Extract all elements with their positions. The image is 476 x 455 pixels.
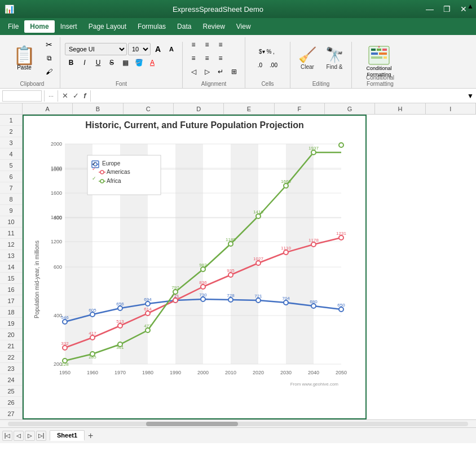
col-header-e[interactable]: E xyxy=(224,103,274,114)
menu-file[interactable]: File xyxy=(2,20,24,33)
formula-confirm-button[interactable]: ✓ xyxy=(71,91,81,100)
minimize-button[interactable]: — xyxy=(422,1,438,17)
menu-bar: File Home Insert Page Layout Formulas Da… xyxy=(0,18,476,35)
align-bottom-right-button[interactable]: ≡ xyxy=(214,52,227,64)
row-20[interactable]: 20 xyxy=(0,329,22,340)
align-bottom-left-button[interactable]: ≡ xyxy=(187,52,200,64)
align-bottom-center-button[interactable]: ≡ xyxy=(201,52,213,64)
font-size-select[interactable]: 10 xyxy=(128,43,151,55)
menu-page-layout[interactable]: Page Layout xyxy=(83,20,132,33)
menu-review[interactable]: Review xyxy=(197,20,230,33)
row-10[interactable]: 10 xyxy=(0,216,22,228)
row-2[interactable]: 2 xyxy=(0,126,22,137)
europe-dot-7 xyxy=(256,298,261,303)
row-9[interactable]: 9 xyxy=(0,205,22,216)
first-sheet-button[interactable]: |◁ xyxy=(2,431,12,441)
row-13[interactable]: 13 xyxy=(0,250,22,261)
cell-reference-input[interactable] xyxy=(2,90,42,102)
menu-home[interactable]: Home xyxy=(24,20,54,33)
format-painter-button[interactable]: 🖌 xyxy=(43,65,55,78)
wrap-text-button[interactable]: ↵ xyxy=(214,65,227,78)
indent-decrease-button[interactable]: ◁ xyxy=(187,65,200,78)
ribbon-collapse-button[interactable]: ▲ xyxy=(467,2,474,10)
formula-bar-expand-button[interactable]: ▼ xyxy=(467,92,474,100)
row-27[interactable]: 27 xyxy=(0,408,22,419)
last-sheet-button[interactable]: ▷| xyxy=(36,431,46,441)
row-14[interactable]: 14 xyxy=(0,261,22,273)
svg-point-87 xyxy=(100,180,104,183)
menu-data[interactable]: Data xyxy=(171,20,197,33)
col-header-g[interactable]: G xyxy=(325,103,375,114)
col-header-d[interactable]: D xyxy=(174,103,224,114)
europe-dot-5 xyxy=(201,297,205,301)
col-header-i[interactable]: I xyxy=(426,103,476,114)
svg-text:417: 417 xyxy=(89,331,96,336)
menu-formulas[interactable]: Formulas xyxy=(132,20,171,33)
decimal-increase-button[interactable]: .0 xyxy=(254,59,266,71)
col-header-a[interactable]: A xyxy=(23,103,73,114)
prev-sheet-button[interactable]: ◁ xyxy=(14,431,24,441)
horizontal-scrollbar[interactable] xyxy=(0,419,476,427)
row-15[interactable]: 15 xyxy=(0,273,22,284)
font-name-select[interactable]: Segoe UI xyxy=(65,43,127,55)
font-decrease-button[interactable]: A xyxy=(165,43,178,55)
col-header-b[interactable]: B xyxy=(73,103,123,114)
h-scroll-thumb[interactable] xyxy=(146,422,238,426)
next-sheet-button[interactable]: ▷ xyxy=(25,431,35,441)
col-header-c[interactable]: C xyxy=(124,103,174,114)
row-25[interactable]: 25 xyxy=(0,386,22,397)
svg-text:1937: 1937 xyxy=(308,146,319,151)
svg-text:605: 605 xyxy=(89,308,96,313)
paste-button[interactable]: 📋 Paste xyxy=(9,45,39,72)
row-21[interactable]: 21 xyxy=(0,340,22,352)
add-sheet-button[interactable]: + xyxy=(86,431,95,441)
indent-increase-button[interactable]: ▷ xyxy=(201,65,213,78)
font-increase-button[interactable]: A xyxy=(152,43,164,55)
align-top-left-button[interactable]: ≡ xyxy=(187,38,200,51)
row-12[interactable]: 12 xyxy=(0,239,22,250)
underline-button[interactable]: U xyxy=(92,56,104,69)
italic-button[interactable]: I xyxy=(78,56,91,69)
row-5[interactable]: 5 xyxy=(0,160,22,171)
restore-button[interactable]: ❐ xyxy=(439,1,455,17)
row-19[interactable]: 19 xyxy=(0,318,22,329)
menu-insert[interactable]: Insert xyxy=(55,20,83,33)
row-24[interactable]: 24 xyxy=(0,374,22,386)
copy-button[interactable]: ⧉ xyxy=(43,52,55,64)
svg-rect-7 xyxy=(384,56,387,59)
formula-input[interactable] xyxy=(93,92,468,100)
strikethrough-button[interactable]: S xyxy=(105,56,118,69)
align-top-right-button[interactable]: ≡ xyxy=(214,38,227,51)
row-3[interactable]: 3 xyxy=(0,137,22,148)
row-17[interactable]: 17 xyxy=(0,295,22,307)
row-1[interactable]: 1 xyxy=(0,115,22,126)
function-button[interactable]: f xyxy=(82,91,87,100)
align-top-center-button[interactable]: ≡ xyxy=(201,38,213,51)
merge-center-button[interactable]: ⊞ xyxy=(228,65,240,78)
font-color-button[interactable]: A xyxy=(146,56,158,69)
row-26[interactable]: 26 xyxy=(0,397,22,408)
border-button[interactable]: ▦ xyxy=(119,56,131,69)
decimal-decrease-button[interactable]: .00 xyxy=(267,59,280,71)
row-4[interactable]: 4 xyxy=(0,148,22,160)
col-header-f[interactable]: F xyxy=(275,103,325,114)
row-8[interactable]: 8 xyxy=(0,194,22,205)
cut-button[interactable]: ✂ xyxy=(43,38,55,51)
conditional-formatting-button[interactable]: Conditional Formatting xyxy=(356,45,402,78)
row-22[interactable]: 22 xyxy=(0,352,22,363)
clear-button[interactable]: 🧹 Clear xyxy=(295,45,320,71)
row-23[interactable]: 23 xyxy=(0,363,22,374)
fill-color-button[interactable]: 🪣 xyxy=(133,56,145,69)
row-16[interactable]: 16 xyxy=(0,284,22,295)
bold-button[interactable]: B xyxy=(65,56,77,69)
row-11[interactable]: 11 xyxy=(0,228,22,239)
row-7[interactable]: 7 xyxy=(0,182,22,194)
menu-view[interactable]: View xyxy=(231,20,257,33)
col-header-h[interactable]: H xyxy=(375,103,425,114)
sheet-tab-sheet1[interactable]: Sheet1 xyxy=(50,430,85,441)
formula-cancel-button[interactable]: ✕ xyxy=(60,91,70,100)
row-6[interactable]: 6 xyxy=(0,171,22,182)
number-format-button[interactable]: $▾ % , xyxy=(250,45,284,58)
row-18[interactable]: 18 xyxy=(0,307,22,318)
find-replace-button[interactable]: 🔭 Find & xyxy=(322,45,347,71)
